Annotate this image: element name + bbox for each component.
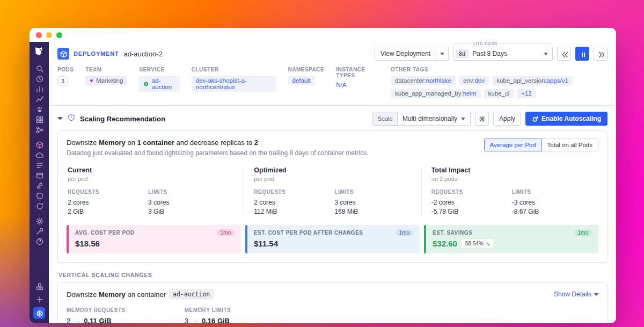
instance-types-label: INSTANCE TYPES bbox=[336, 67, 379, 78]
est-cost-box: EST. COST PER POD AFTER CHANGES 1mo $11.… bbox=[245, 225, 420, 253]
metric-label: MEMORY LIMITS bbox=[185, 307, 231, 313]
other-tag[interactable]: kube_app_managed_by:helm bbox=[391, 89, 481, 98]
cost-label: EST. SAVINGS bbox=[433, 230, 472, 236]
close-button[interactable] bbox=[36, 32, 42, 38]
other-tag[interactable]: datacenter:northlake bbox=[391, 76, 456, 85]
page-title: ad-auction-2 bbox=[123, 50, 162, 58]
show-details-link[interactable]: Show Details bbox=[554, 290, 598, 298]
view-deployment-button[interactable]: View Deployment bbox=[375, 47, 436, 61]
sidebar bbox=[30, 42, 49, 323]
enable-autoscaling-button[interactable]: Enable Autoscaling bbox=[525, 112, 608, 126]
pods-count-badge[interactable]: 3 bbox=[57, 76, 68, 86]
settings-gear-button[interactable] bbox=[475, 112, 489, 126]
time-range-select[interactable]: UTC-04:00 8d Past 8 Days bbox=[453, 47, 553, 61]
shield-icon bbox=[35, 192, 43, 200]
nav-containers[interactable] bbox=[30, 140, 49, 150]
nav-support[interactable] bbox=[30, 226, 49, 236]
pod-view-toggle: Average per Pod Total on all Pods bbox=[484, 139, 599, 151]
namespace-tag[interactable]: default bbox=[288, 76, 315, 85]
instance-types-value: N/A bbox=[336, 82, 346, 88]
cost-value: $11.54 bbox=[254, 239, 278, 248]
cost-value: $32.60 bbox=[433, 239, 457, 248]
nav-ci[interactable] bbox=[30, 180, 49, 191]
service-tag[interactable]: ad-auction bbox=[139, 76, 179, 92]
nav-integrations[interactable] bbox=[33, 281, 45, 292]
apply-button[interactable]: Apply bbox=[493, 112, 521, 126]
more-tags-count: +12 bbox=[521, 90, 532, 97]
nav-kubernetes[interactable] bbox=[33, 307, 45, 319]
page-header: DEPLOYMENT ad-auction-2 View Deployment … bbox=[49, 42, 616, 64]
tag-key: kube_api_version: bbox=[496, 77, 546, 84]
nav-security[interactable] bbox=[30, 191, 49, 201]
requests-mem-value: 112 MiB bbox=[254, 207, 334, 216]
cloud-icon bbox=[35, 151, 43, 159]
link-icon bbox=[35, 181, 43, 190]
nav-serverless[interactable] bbox=[30, 150, 49, 160]
requests-label: REQUESTS bbox=[254, 189, 334, 195]
savings-delta-badge: 58.54%↘ bbox=[462, 239, 494, 248]
service-label: SERVICE bbox=[139, 67, 179, 72]
scaling-recommendation-icon bbox=[67, 113, 76, 124]
nav-dashboards[interactable] bbox=[30, 84, 49, 94]
container-code-chip[interactable]: ad-auction bbox=[169, 289, 214, 299]
scale-mode-select[interactable]: Scale Multi-dimensionally bbox=[372, 112, 471, 126]
summary-text: Downsize bbox=[67, 139, 99, 147]
limits-cpu-value: 3 cores bbox=[148, 198, 234, 207]
nav-pin[interactable] bbox=[33, 294, 45, 304]
team-tag[interactable]: ♥Marketing bbox=[85, 76, 127, 85]
limits-cpu-value: 3 cores bbox=[334, 198, 411, 207]
namespace-label: NAMESPACE bbox=[288, 67, 324, 72]
change-title: Downsize Memory on container ad-auction bbox=[67, 289, 214, 299]
chevron-down-icon bbox=[594, 293, 598, 296]
zoom-button[interactable] bbox=[56, 32, 62, 38]
meta-service: SERVICE ad-auction bbox=[139, 67, 179, 92]
forward-icon bbox=[597, 50, 604, 57]
section-collapse-chevron-icon[interactable] bbox=[57, 117, 63, 120]
cluster-tag[interactable]: dev-aks-shopist-a-northcentralus bbox=[192, 76, 276, 92]
resource-columns: Current per pod REQUESTS 2 cores 2 GiB L… bbox=[67, 166, 598, 216]
meta-cluster: CLUSTER dev-aks-shopist-a-northcentralus bbox=[192, 67, 276, 92]
cost-label: AVG. COST PER POD bbox=[75, 230, 135, 236]
other-tag[interactable]: kube_api_version:apps/v1 bbox=[492, 76, 573, 85]
other-tag[interactable]: kube_cl bbox=[484, 89, 514, 98]
nav-logs[interactable] bbox=[30, 160, 49, 170]
skip-forward-button[interactable] bbox=[594, 47, 608, 61]
app-window: DEPLOYMENT ad-auction-2 View Deployment … bbox=[30, 28, 616, 323]
nav-infrastructure[interactable] bbox=[30, 114, 49, 125]
tag-value: helm bbox=[463, 90, 477, 97]
datadog-logo[interactable] bbox=[33, 45, 46, 58]
savings-box: EST. SAVINGS 1mo $32.60 58.54%↘ bbox=[424, 225, 598, 253]
skip-back-button[interactable] bbox=[557, 47, 571, 61]
tag-value: apps/v1 bbox=[547, 77, 568, 84]
nav-recents[interactable] bbox=[30, 74, 49, 84]
blocks-icon bbox=[35, 282, 43, 290]
pause-button[interactable] bbox=[575, 47, 589, 61]
other-tag[interactable]: env:dev bbox=[459, 76, 489, 85]
more-tags-badge[interactable]: +12 bbox=[517, 89, 536, 98]
service-hexagon-icon bbox=[143, 81, 149, 88]
service-value: ad-auction bbox=[152, 77, 175, 90]
change-bold: Memory bbox=[99, 290, 126, 299]
clock-icon bbox=[35, 75, 43, 83]
avg-cost-box: AVG. COST PER POD 1mo $18.56 bbox=[67, 225, 241, 253]
trend-down-icon: ↘ bbox=[485, 240, 490, 247]
total-all-pods-toggle[interactable]: Total on all Pods bbox=[541, 139, 598, 151]
average-per-pod-toggle[interactable]: Average per Pod bbox=[484, 139, 542, 151]
cluster-value: dev-aks-shopist-a-northcentralus bbox=[196, 77, 272, 90]
nav-apm[interactable] bbox=[30, 125, 49, 135]
view-deployment-caret-button[interactable] bbox=[436, 47, 449, 61]
nav-metrics[interactable] bbox=[30, 94, 49, 104]
column-title: Optimized bbox=[254, 166, 411, 174]
nav-synthetics[interactable] bbox=[30, 201, 49, 211]
nav-help[interactable] bbox=[30, 236, 49, 246]
nav-search[interactable] bbox=[30, 63, 49, 74]
nav-settings[interactable] bbox=[30, 216, 49, 226]
enable-autoscaling-label: Enable Autoscaling bbox=[541, 115, 601, 122]
cost-boxes: AVG. COST PER POD 1mo $18.56 EST. COST P… bbox=[67, 225, 598, 253]
tag-key: kube_cl bbox=[488, 90, 510, 97]
nav-watchdog[interactable] bbox=[30, 104, 49, 114]
minimize-button[interactable] bbox=[46, 32, 52, 38]
paw-icon bbox=[35, 105, 43, 113]
nav-rum[interactable] bbox=[30, 170, 49, 180]
meta-other-tags: OTHER TAGS datacenter:northlake env:dev … bbox=[391, 67, 608, 98]
